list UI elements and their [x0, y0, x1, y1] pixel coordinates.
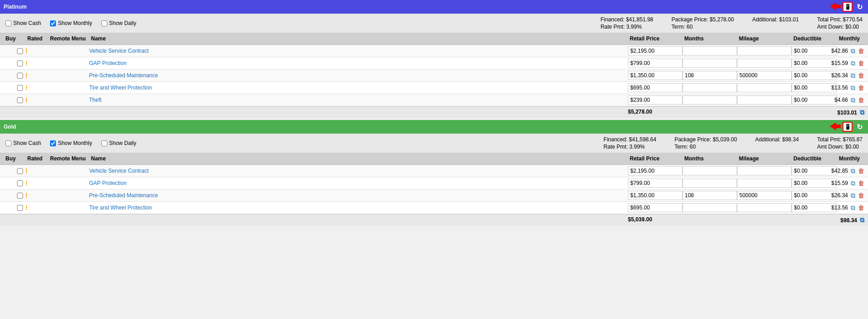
months-input-gold-2[interactable]	[682, 191, 737, 200]
show-cash-label-platinum[interactable]: Show Cash	[5, 20, 41, 26]
total-pmt-gold: Total Pmt: $765.87	[817, 136, 863, 143]
mileage-input-gold-0[interactable]	[737, 166, 792, 175]
product-name-platinum-4[interactable]: Theft	[89, 97, 628, 103]
buy-checkbox-platinum-1[interactable]	[15, 60, 25, 66]
phone-icon-gold[interactable]: 📱	[843, 122, 853, 132]
retail-price-input-platinum-1[interactable]	[628, 59, 682, 68]
show-daily-checkbox-gold[interactable]	[101, 140, 107, 146]
copy-icon-platinum-4[interactable]: ⧉	[851, 96, 855, 104]
buy-checkbox-gold-0[interactable]	[15, 168, 25, 174]
copy-icon-platinum-0[interactable]: ⧉	[851, 47, 855, 55]
deductible-input-platinum-3[interactable]	[792, 83, 837, 92]
product-name-platinum-1[interactable]: GAP Protection	[89, 60, 628, 66]
show-daily-label-gold[interactable]: Show Daily	[101, 140, 136, 146]
copy-icon-gold-1[interactable]: ⧉	[851, 179, 855, 187]
delete-icon-platinum-2[interactable]: 🗑	[858, 72, 864, 79]
warn-icon-gold-3: !	[25, 204, 48, 211]
copy-icon-platinum-3[interactable]: ⧉	[851, 84, 855, 92]
total-pmt-platinum: Total Pmt: $770.54	[817, 16, 863, 23]
retail-price-input-platinum-0[interactable]	[628, 46, 682, 55]
col-mileage-gold: Mileage	[737, 155, 792, 163]
delete-icon-platinum-1[interactable]: 🗑	[858, 60, 864, 67]
show-cash-checkbox-gold[interactable]	[5, 140, 11, 146]
months-input-gold-3[interactable]	[682, 203, 737, 212]
delete-icon-gold-0[interactable]: 🗑	[858, 167, 864, 174]
buy-checkbox-gold-2[interactable]	[15, 193, 25, 199]
show-cash-checkbox-platinum[interactable]	[5, 20, 11, 26]
deductible-input-platinum-1[interactable]	[792, 59, 837, 68]
deductible-input-gold-2[interactable]	[792, 191, 837, 200]
deductible-input-gold-1[interactable]	[792, 179, 837, 188]
delete-icon-gold-3[interactable]: 🗑	[858, 204, 864, 211]
months-input-gold-1[interactable]	[682, 179, 737, 188]
retail-price-input-platinum-4[interactable]	[628, 95, 682, 105]
copy-icon-platinum-2[interactable]: ⧉	[851, 72, 855, 80]
months-input-platinum-2[interactable]	[682, 71, 737, 80]
product-name-gold-0[interactable]: Vehicle Service Contract	[89, 168, 628, 174]
copy-icon-gold-0[interactable]: ⧉	[851, 167, 855, 175]
mileage-input-gold-3[interactable]	[737, 203, 792, 212]
copy-icon-gold-3[interactable]: ⧉	[851, 204, 855, 212]
phone-icon-platinum[interactable]: 📱	[843, 2, 853, 12]
mileage-input-platinum-4[interactable]	[737, 95, 792, 105]
mileage-input-platinum-3[interactable]	[737, 83, 792, 92]
product-name-platinum-2[interactable]: Pre-Scheduled Maintenance	[89, 72, 628, 79]
deductible-input-gold-0[interactable]	[792, 166, 837, 175]
mileage-input-gold-2[interactable]	[737, 191, 792, 200]
refresh-icon-platinum[interactable]: ↻	[854, 2, 864, 12]
show-monthly-checkbox-gold[interactable]	[50, 140, 56, 146]
section-title-gold: Gold	[4, 124, 16, 130]
retail-price-input-platinum-2[interactable]	[628, 71, 682, 80]
show-daily-label-platinum[interactable]: Show Daily	[101, 20, 136, 26]
buy-checkbox-platinum-4[interactable]	[15, 97, 25, 103]
show-cash-label-gold[interactable]: Show Cash	[5, 140, 41, 146]
monthly-value-gold-2: $26.34	[831, 192, 848, 199]
deductible-input-platinum-2[interactable]	[792, 71, 837, 80]
months-input-platinum-1[interactable]	[682, 59, 737, 68]
show-monthly-label-platinum[interactable]: Show Monthly	[50, 20, 92, 26]
months-input-gold-0[interactable]	[682, 166, 737, 175]
copy-icon-gold-2[interactable]: ⧉	[851, 192, 855, 199]
monthly-value-platinum-2: $26.34	[831, 72, 848, 79]
buy-checkbox-platinum-2[interactable]	[15, 73, 25, 79]
retail-price-input-gold-1[interactable]	[628, 179, 682, 188]
months-input-platinum-0[interactable]	[682, 46, 737, 55]
product-name-gold-1[interactable]: GAP Protection	[89, 180, 628, 186]
product-name-gold-3[interactable]: Tire and Wheel Protection	[89, 204, 628, 211]
buy-checkbox-gold-1[interactable]	[15, 180, 25, 186]
product-name-gold-2[interactable]: Pre-Scheduled Maintenance	[89, 192, 628, 199]
retail-price-input-gold-2[interactable]	[628, 191, 682, 200]
refresh-icon-gold[interactable]: ↻	[854, 122, 864, 132]
months-input-platinum-4[interactable]	[682, 95, 737, 105]
retail-price-input-gold-0[interactable]	[628, 166, 682, 175]
buy-checkbox-platinum-0[interactable]	[15, 48, 25, 54]
col-rated-gold: Rated	[25, 155, 48, 163]
mileage-input-gold-1[interactable]	[737, 179, 792, 188]
monthly-value-platinum-4: $4.66	[834, 97, 848, 103]
total-copy-icon-platinum[interactable]: ⧉	[860, 109, 864, 116]
mileage-input-platinum-2[interactable]	[737, 71, 792, 80]
delete-icon-gold-2[interactable]: 🗑	[858, 192, 864, 199]
show-daily-checkbox-platinum[interactable]	[101, 20, 107, 26]
delete-icon-gold-1[interactable]: 🗑	[858, 179, 864, 187]
buy-checkbox-gold-3[interactable]	[15, 205, 25, 211]
delete-icon-platinum-0[interactable]: 🗑	[858, 47, 864, 55]
copy-icon-platinum-1[interactable]: ⧉	[851, 60, 855, 67]
totals-row-platinum: $5,278.00 $103.01 ⧉	[0, 106, 868, 118]
deductible-input-platinum-0[interactable]	[792, 46, 837, 55]
show-monthly-label-gold[interactable]: Show Monthly	[50, 140, 92, 146]
delete-icon-platinum-4[interactable]: 🗑	[858, 96, 864, 104]
mileage-input-platinum-0[interactable]	[737, 46, 792, 55]
deductible-input-gold-3[interactable]	[792, 203, 837, 212]
total-copy-icon-gold[interactable]: ⧉	[860, 216, 864, 224]
buy-checkbox-platinum-3[interactable]	[15, 85, 25, 91]
product-name-platinum-3[interactable]: Tire and Wheel Protection	[89, 85, 628, 91]
retail-price-input-gold-3[interactable]	[628, 203, 682, 212]
retail-price-input-platinum-3[interactable]	[628, 83, 682, 92]
mileage-input-platinum-1[interactable]	[737, 59, 792, 68]
product-name-platinum-0[interactable]: Vehicle Service Contract	[89, 48, 628, 54]
deductible-input-platinum-4[interactable]	[792, 95, 837, 105]
months-input-platinum-3[interactable]	[682, 83, 737, 92]
show-monthly-checkbox-platinum[interactable]	[50, 20, 56, 26]
delete-icon-platinum-3[interactable]: 🗑	[858, 84, 864, 91]
